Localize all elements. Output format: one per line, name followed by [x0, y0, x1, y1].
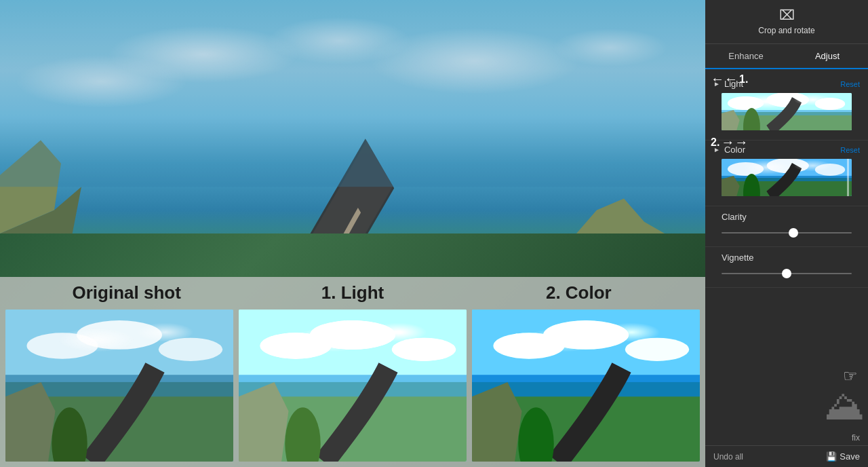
svg-point-42 [728, 162, 764, 176]
comparison-labels: Original shot 1. Light 2. Color [0, 277, 705, 310]
color-chevron[interactable]: ► [713, 146, 720, 153]
comparison-panel: Original shot 1. Light 2. Color [0, 277, 705, 467]
undo-all-button[interactable]: Undo all [713, 452, 743, 462]
tabs-row: Enhance Adjust [705, 44, 868, 69]
crop-rotate-label: Crop and rotate [758, 26, 814, 35]
save-icon: 💾 [826, 451, 837, 462]
original-shot-label: Original shot [14, 282, 239, 303]
svg-point-20 [392, 337, 456, 360]
tab-adjust[interactable]: Adjust [787, 44, 868, 69]
svg-rect-4 [0, 0, 705, 187]
svg-point-43 [767, 159, 809, 173]
color-reset-button[interactable]: Reset [840, 146, 860, 154]
svg-point-36 [815, 98, 845, 110]
clarity-label-row: Clarity [713, 210, 860, 223]
svg-point-19 [310, 320, 395, 350]
light-thumbnail [722, 93, 852, 130]
clarity-slider-row[interactable] [713, 223, 860, 242]
crop-rotate-icon: ⌧ [779, 7, 795, 23]
color-thumbnail-row [713, 159, 860, 202]
vignette-slider-row[interactable] [713, 264, 860, 283]
comparison-images [0, 310, 705, 468]
color-image [472, 310, 700, 462]
light-reset-button[interactable]: Reset [840, 80, 860, 88]
svg-point-35 [767, 93, 809, 107]
svg-point-26 [494, 333, 565, 358]
clarity-section: Clarity [705, 206, 868, 247]
vignette-label: Vignette [722, 253, 753, 263]
vignette-slider[interactable] [722, 267, 852, 280]
color-thumbnail [722, 159, 852, 196]
light-image [239, 310, 467, 462]
svg-point-34 [728, 96, 764, 110]
clarity-track [722, 232, 852, 234]
light-label: 1. Light [239, 282, 465, 303]
bottom-controls: Undo all 💾 Save [705, 445, 868, 467]
light-header-left: ► Light [713, 79, 743, 89]
light-thumbnail-row [713, 93, 860, 136]
original-image [5, 310, 233, 462]
save-button[interactable]: 💾 Save [826, 451, 860, 462]
vignette-track [722, 273, 852, 274]
color-label: 2. Color [466, 282, 692, 303]
light-section: ► Light Reset [705, 75, 868, 141]
vignette-section: Vignette [705, 247, 868, 288]
color-section: ► Color Reset [705, 141, 868, 206]
crop-rotate-section[interactable]: ⌧ Crop and rotate [705, 0, 868, 44]
color-header: ► Color Reset [713, 145, 860, 155]
clarity-label: Clarity [722, 212, 747, 222]
save-label: Save [840, 451, 860, 462]
fix-text: fix [705, 430, 868, 445]
svg-point-18 [260, 333, 332, 358]
color-label: Color [724, 145, 745, 155]
svg-point-44 [815, 164, 845, 176]
tab-enhance[interactable]: Enhance [705, 44, 787, 68]
vignette-thumb[interactable] [782, 269, 791, 278]
svg-point-12 [159, 337, 223, 360]
svg-point-10 [27, 333, 98, 358]
svg-point-27 [543, 320, 629, 350]
light-label: Light [724, 79, 743, 89]
light-header: ► Light Reset [713, 79, 860, 89]
color-header-left: ► Color [713, 145, 745, 155]
light-chevron[interactable]: ► [713, 80, 720, 88]
clarity-thumb[interactable] [789, 228, 798, 238]
svg-point-11 [77, 320, 162, 350]
vignette-label-row: Vignette [713, 251, 860, 264]
svg-point-28 [625, 337, 690, 360]
mountain-watermark: ⛰ [824, 386, 865, 426]
clarity-slider[interactable] [722, 226, 852, 240]
